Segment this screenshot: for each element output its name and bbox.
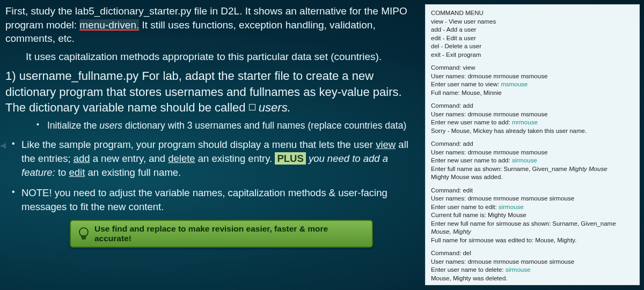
init-users: users bbox=[99, 120, 122, 131]
feat-g: an existing full name. bbox=[85, 167, 181, 178]
add2-l4: Enter full name as shown: Surname, Given… bbox=[431, 165, 634, 174]
edit-l2: User names: drmouse mrmouse msmouse sirm… bbox=[431, 195, 634, 203]
bullet-note: NOTE! you need to adjust the variable na… bbox=[21, 186, 419, 214]
feat-d: an existing entry. bbox=[195, 153, 275, 164]
feat-a: Like the sample program, your program sh… bbox=[21, 139, 376, 150]
edit-l6: Full name for sirmouse was edited to: Mo… bbox=[431, 236, 634, 245]
menu-view: view - View user names bbox=[431, 18, 634, 26]
session-edit: Command: edit User names: drmouse mrmous… bbox=[431, 187, 634, 245]
edit-l1: Command: edit bbox=[431, 187, 634, 195]
add2-l1: Command: add bbox=[431, 140, 634, 148]
add2-l4a: Enter full name as shown: Surname, Given… bbox=[431, 166, 569, 172]
edit-l3: Enter user name to edit: sirmouse bbox=[431, 203, 634, 212]
add1-l3: Enter new user name to add: mrmouse bbox=[431, 118, 634, 127]
svg-rect-0 bbox=[82, 236, 86, 237]
init-a: Initialize the bbox=[47, 120, 99, 131]
users-var: users. bbox=[255, 101, 291, 114]
del-l4: Mouse, Mighty was deleted. bbox=[431, 274, 634, 283]
task-1-heading: 1) username_fullname.py For lab, adapt t… bbox=[5, 68, 419, 116]
add2-l3b: sirmouse bbox=[512, 157, 537, 163]
edit-l5a: Enter new full name for sirmouse as show… bbox=[431, 220, 616, 227]
edit-l5b: Mouse, Mighty bbox=[431, 228, 471, 235]
add2-l5: Mighty Mouse was added. bbox=[431, 173, 634, 182]
feat-view: view bbox=[376, 139, 396, 150]
cursor-icon bbox=[249, 104, 255, 110]
session-view: Command: view User names: drmouse mrmous… bbox=[431, 64, 634, 97]
session-add-new: Command: add User names: drmouse mrmouse… bbox=[431, 140, 634, 182]
menu-del: del - Delete a user bbox=[431, 42, 634, 51]
task-number: 1) bbox=[5, 69, 19, 83]
menu-edit: edit - Edit a user bbox=[431, 34, 634, 43]
add2-l4b: Mighty Mouse bbox=[569, 166, 608, 172]
add1-l3b: mrmouse bbox=[512, 119, 538, 125]
edit-l3b: sirmouse bbox=[499, 204, 524, 210]
session-del: Command: del User names: drmouse mrmouse… bbox=[431, 249, 634, 282]
menu-exit: exit - Exit program bbox=[431, 51, 634, 60]
del-l3: Enter user name to delete: sirmouse bbox=[431, 266, 634, 274]
del-l2: User names: drmouse mrmouse msmouse sirm… bbox=[431, 258, 634, 266]
view-l3a: Enter user name to view: bbox=[431, 81, 501, 87]
lightbulb-icon bbox=[78, 227, 89, 240]
view-l2: User names: drmouse mrmouse msmouse bbox=[431, 72, 634, 81]
capitalization-note: It uses capitalization methods appropria… bbox=[5, 51, 419, 63]
view-l3: Enter user name to view: msmouse bbox=[431, 80, 634, 89]
feat-f: to bbox=[55, 167, 69, 178]
feat-edit: edit bbox=[69, 167, 85, 178]
session-add-dup: Command: add User names: drmouse mrmouse… bbox=[431, 102, 634, 135]
menu-add: add - Add a user bbox=[431, 26, 634, 34]
add1-l1: Command: add bbox=[431, 102, 634, 110]
bullet-menu-features: Like the sample program, your program sh… bbox=[21, 138, 419, 180]
add1-l3a: Enter new user name to add: bbox=[431, 119, 512, 125]
edit-l4: Current full name is: Mighty Mouse bbox=[431, 211, 634, 220]
del-l1: Command: del bbox=[431, 249, 634, 258]
feat-add: add bbox=[74, 153, 90, 164]
edit-l3a: Enter user name to edit: bbox=[431, 204, 499, 210]
view-l1: Command: view bbox=[431, 64, 634, 72]
svg-rect-1 bbox=[82, 238, 85, 239]
tip-callout: Use find and replace to make revision ea… bbox=[70, 220, 373, 248]
task-filename: username_fullname.py bbox=[19, 69, 139, 83]
session-exit: Command: exit Bye! bbox=[431, 287, 634, 290]
add1-l4: Sorry - Mouse, Mickey has already taken … bbox=[431, 127, 634, 136]
feat-c: a new entry, and bbox=[90, 153, 169, 164]
add2-l3: Enter new user name to add: sirmouse bbox=[431, 157, 634, 165]
add2-l2: User names: drmouse mrmouse msmouse bbox=[431, 148, 634, 157]
console-output-panel: COMMAND MENU view - View user names add … bbox=[425, 4, 640, 285]
feat-delete: delete bbox=[168, 153, 195, 164]
init-b: dictionary with 3 usernames and full nam… bbox=[122, 120, 406, 131]
exit-l1: Command: exit bbox=[431, 287, 634, 290]
command-menu-block: COMMAND MENU view - View user names add … bbox=[431, 9, 634, 59]
plus-badge: PLUS bbox=[275, 152, 305, 165]
view-l4: Full name: Mouse, Minnie bbox=[431, 89, 634, 98]
bullet-initialize: Initialize the users dictionary with 3 u… bbox=[47, 120, 419, 131]
menu-driven-highlight: menu-driven. bbox=[79, 19, 139, 31]
slide-body: First, study the lab5_dictionary_starter… bbox=[5, 4, 419, 248]
add1-l2: User names: drmouse mrmouse msmouse bbox=[431, 110, 634, 119]
add2-l3a: Enter new user name to add: bbox=[431, 157, 512, 163]
menu-title: COMMAND MENU bbox=[431, 9, 634, 18]
intro-paragraph: First, study the lab5_dictionary_starter… bbox=[5, 4, 419, 46]
edit-l5: Enter new full name for sirmouse as show… bbox=[431, 220, 634, 236]
view-l3b: msmouse bbox=[501, 81, 528, 87]
tip-text: Use find and replace to make revision ea… bbox=[94, 224, 364, 243]
del-l3a: Enter user name to delete: bbox=[431, 266, 506, 273]
del-l3b: sirmouse bbox=[506, 266, 531, 273]
